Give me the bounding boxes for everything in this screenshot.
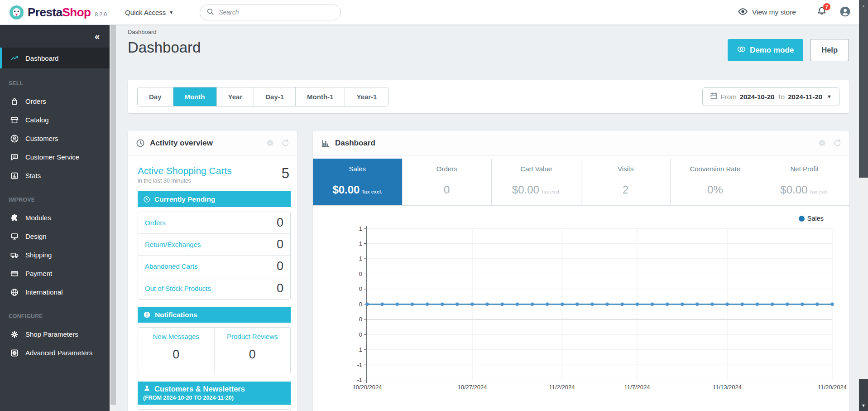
- sidebar-item-payment[interactable]: Payment: [0, 264, 110, 283]
- kpi-tab-visits[interactable]: Visits2: [581, 159, 671, 205]
- activity-panel-title: Activity overview: [150, 139, 213, 148]
- currently-pending-header: Currently Pending: [138, 191, 291, 207]
- gear-icon[interactable]: [266, 139, 274, 147]
- svg-text:1: 1: [359, 255, 362, 262]
- quick-access-menu[interactable]: Quick Access ▼: [125, 9, 173, 16]
- prestashop-logo[interactable]: PrestaShop 8.2.0: [9, 5, 107, 20]
- sidebar-item-design[interactable]: Design: [0, 227, 110, 246]
- chart-legend[interactable]: Sales: [799, 215, 824, 222]
- clock-icon: [143, 196, 150, 203]
- notification-link-product-reviews[interactable]: Product Reviews: [215, 333, 291, 340]
- pending-value-abandoned-carts: 0: [277, 259, 283, 273]
- account-button[interactable]: [839, 6, 851, 19]
- range-tab-day-1[interactable]: Day-1: [254, 87, 296, 106]
- search-input[interactable]: [219, 9, 334, 16]
- sidebar-item-label: Advanced Parameters: [25, 349, 92, 357]
- pending-link-orders[interactable]: Orders: [145, 219, 166, 227]
- customers-newsletters-range: (FROM 2024-10-20 TO 2024-11-20): [143, 395, 285, 401]
- notifications-button[interactable]: 7: [817, 6, 827, 18]
- svg-text:0: 0: [359, 271, 362, 277]
- dashboard-panel-header: Dashboard: [313, 131, 849, 155]
- pending-value-out-of-stock-products: 0: [277, 281, 283, 295]
- notification-link-new-messages[interactable]: New Messages: [138, 333, 214, 340]
- sidebar-item-catalog[interactable]: Catalog: [0, 111, 110, 129]
- range-tab-month-1[interactable]: Month-1: [296, 87, 345, 106]
- kpi-value: $0.00Tax excl.: [313, 184, 402, 196]
- alert-icon: [143, 311, 151, 319]
- range-tab-day[interactable]: Day: [138, 87, 173, 106]
- page-scrollbar[interactable]: ▲ ▼: [859, 0, 868, 411]
- kpi-tab-orders[interactable]: Orders0: [403, 159, 492, 205]
- pending-link-abandoned-carts[interactable]: Abandoned Carts: [145, 262, 198, 270]
- dashboard-panel-title: Dashboard: [335, 139, 375, 148]
- scroll-down-button[interactable]: ▼: [859, 379, 868, 411]
- sidebar-item-orders[interactable]: Orders: [0, 92, 110, 111]
- demo-toggle-icon: [737, 45, 746, 56]
- sidebar-nav: DashboardSELLOrdersCatalogCustomersCusto…: [0, 48, 110, 362]
- notification-col-product-reviews: Product Reviews0: [215, 328, 291, 374]
- gear-icon[interactable]: [818, 139, 826, 147]
- caret-down-icon: ▼: [827, 94, 832, 99]
- sidebar-item-dashboard[interactable]: Dashboard: [0, 48, 110, 68]
- page-scrollbar-thumb[interactable]: [859, 12, 868, 178]
- active-carts-link[interactable]: Active Shopping Carts: [138, 165, 232, 176]
- view-store-link[interactable]: View my store: [738, 7, 796, 18]
- sidebar-item-shipping[interactable]: Shipping: [0, 246, 110, 264]
- kpi-tab-sales[interactable]: Sales$0.00Tax excl.: [313, 159, 403, 205]
- collapse-sidebar-button[interactable]: «: [95, 31, 100, 42]
- pending-row-abandoned-carts: Abandoned Carts0: [138, 256, 290, 277]
- topbar-right: View my store 7: [738, 6, 851, 19]
- svg-text:11/7/2024: 11/7/2024: [624, 384, 650, 391]
- sidebar-item-customer-service[interactable]: Customer Service: [0, 148, 110, 166]
- sidebar-item-international[interactable]: International: [0, 283, 110, 301]
- kpi-tabs: Sales$0.00Tax excl.Orders0Cart Value$0.0…: [313, 159, 849, 206]
- sidebar-item-shop-parameters[interactable]: Shop Parameters: [0, 325, 110, 343]
- truck-icon: [10, 251, 19, 259]
- customer-icon: [10, 135, 19, 143]
- date-from-value: 2024-10-20: [740, 93, 775, 101]
- kpi-label: Sales: [313, 165, 402, 173]
- svg-text:0: 0: [359, 285, 362, 292]
- sidebar-scrollbar[interactable]: [110, 25, 117, 411]
- sidebar-item-label: Orders: [25, 97, 46, 105]
- svg-text:0: 0: [359, 331, 362, 338]
- refresh-icon[interactable]: [281, 139, 290, 147]
- sidebar-item-modules[interactable]: Modules: [0, 208, 110, 227]
- time-range-tabs: DayMonthYearDay-1Month-1Year-1: [137, 87, 388, 106]
- kpi-tab-net-profit[interactable]: Net Profit$0.00Tax excl.: [760, 159, 849, 205]
- kpi-tab-cart-value[interactable]: Cart Value$0.00Tax excl.: [492, 159, 581, 205]
- kpi-tab-conversion-rate[interactable]: Conversion Rate0%: [671, 159, 760, 205]
- range-tab-month[interactable]: Month: [173, 87, 217, 106]
- kpi-value: $0.00Tax excl.: [492, 184, 581, 196]
- kpi-value: 0: [403, 184, 492, 196]
- sidebar-item-stats[interactable]: Stats: [0, 166, 110, 185]
- pending-link-out-of-stock-products[interactable]: Out of Stock Products: [145, 285, 211, 292]
- kpi-label: Conversion Rate: [671, 165, 760, 173]
- pending-link-return-exchanges[interactable]: Return/Exchanges: [145, 241, 201, 248]
- gear-square-icon: [10, 349, 19, 357]
- pending-row-orders: Orders0: [138, 212, 290, 234]
- range-tab-year[interactable]: Year: [217, 87, 254, 106]
- range-tab-year-1[interactable]: Year-1: [345, 87, 388, 106]
- help-button[interactable]: Help: [810, 39, 849, 61]
- bag-icon: [10, 97, 19, 106]
- chat-icon: [10, 153, 19, 161]
- sidebar-item-label: Catalog: [25, 116, 49, 124]
- sidebar-section-improve: IMPROVE: [9, 197, 110, 203]
- refresh-icon[interactable]: [833, 139, 842, 147]
- sidebar-item-label: Customer Service: [25, 153, 79, 161]
- scroll-up-button[interactable]: ▲: [859, 0, 868, 12]
- sidebar-scrollbar-thumb[interactable]: [110, 25, 116, 405]
- sidebar-item-label: International: [25, 288, 63, 296]
- sidebar-header: «: [0, 25, 110, 48]
- demo-mode-button[interactable]: Demo mode: [728, 39, 803, 61]
- sidebar-item-advanced-parameters[interactable]: Advanced Parameters: [0, 343, 110, 362]
- sidebar-item-label: Design: [25, 232, 47, 240]
- date-range-picker[interactable]: From 2024-10-20 To 2024-11-20 ▼: [702, 87, 839, 106]
- sidebar-section-configure: CONFIGURE: [9, 313, 110, 319]
- eye-icon: [738, 7, 748, 18]
- card-icon: [10, 270, 19, 278]
- customers-newsletters-header: Customers & Newsletters (FROM 2024-10-20…: [138, 382, 291, 405]
- calendar-icon: [710, 92, 718, 101]
- sidebar-item-customers[interactable]: Customers: [0, 129, 110, 148]
